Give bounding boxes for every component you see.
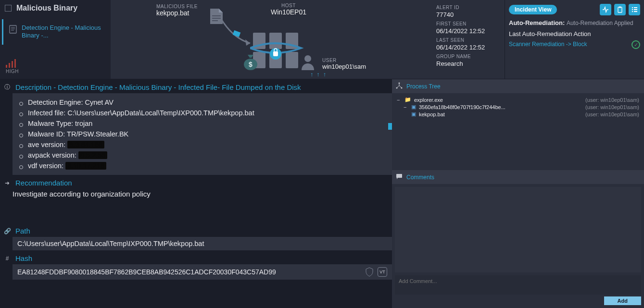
description-body: Detection Engine: Cynet AV Infected file… — [13, 93, 392, 175]
check-circle-icon: ✓ — [631, 40, 640, 49]
activity-icon[interactable] — [600, 4, 611, 15]
desc-item: ave version: 8.3.64.166 — [19, 139, 385, 150]
recommendation-body: Investigate according to organization po… — [13, 189, 392, 223]
comments-list — [395, 187, 641, 272]
last-action-link[interactable]: Scanner Remediation -> Block — [509, 41, 587, 48]
arrow-right-icon: ➜ — [3, 180, 12, 186]
user-name: win10ep01\sam — [322, 63, 366, 70]
severity-label: HIGH — [6, 69, 105, 74]
attack-diagram: MALICIOUS FILE kekpop.bat HOST Win10EP01 — [111, 0, 432, 79]
svg-text:$: $ — [249, 61, 253, 68]
host-label: HOST — [260, 3, 317, 8]
link-icon: 🔗 — [3, 228, 12, 234]
severity-bars-icon — [6, 59, 105, 68]
desc-item: Malware ID: TR/PSW.Stealer.BK — [19, 129, 385, 139]
auto-remediation-label: Auto-Remediation: — [509, 19, 565, 26]
malicious-file-label: MALICIOUS FILE — [156, 4, 198, 9]
first-seen-label: FIRST SEEN — [436, 21, 501, 26]
select-checkbox[interactable] — [5, 5, 12, 12]
svg-rect-0 — [10, 25, 16, 33]
svg-rect-10 — [269, 33, 282, 49]
auto-remediation-value: Auto-Remediation Applied — [567, 20, 633, 26]
group-name-label: GROUP NAME — [436, 54, 501, 59]
alert-sub-item[interactable]: Detection Engine - Malicious Binary -... — [2, 19, 109, 45]
exe-icon: ▣ — [411, 104, 416, 110]
alert-meta: ALERT ID 77740 FIRST SEEN 06/14/2022 12:… — [432, 0, 505, 79]
comment-icon — [396, 173, 403, 181]
hash-title: Hash — [15, 254, 32, 262]
user-label: USER — [322, 58, 366, 63]
top-bar: Malicious Binary Detection Engine - Mali… — [0, 0, 644, 79]
last-seen-value: 06/14/2022 12:52 — [436, 44, 501, 51]
desc-item: Malware Type: trojan — [19, 118, 385, 129]
alert-id-value: 77740 — [436, 11, 501, 18]
last-seen-label: LAST SEEN — [436, 37, 501, 43]
hash-icon: # — [3, 255, 12, 262]
incident-view-button[interactable]: Incident View — [509, 5, 557, 14]
comments-title: Comments — [406, 174, 434, 181]
svg-rect-20 — [618, 7, 622, 12]
tree-row[interactable]: − 📁 explorer.exe (user: win10ep01\sam) — [397, 96, 639, 103]
svg-rect-8 — [233, 30, 241, 37]
process-tree-header: Process Tree — [392, 79, 644, 93]
alert-nav-sidebar: Malicious Binary Detection Engine - Mali… — [0, 0, 111, 79]
svg-rect-31 — [396, 174, 402, 178]
malicious-file-name: kekpop.bat — [156, 9, 198, 17]
desc-item: avpack version: 8.5.2.56 — [19, 150, 385, 160]
svg-point-24 — [632, 9, 633, 10]
process-tree-title[interactable]: Process Tree — [406, 83, 441, 90]
moneybag-icon: $ — [242, 52, 259, 71]
desc-item: Infected file: C:\Users\user\AppData\Loc… — [19, 108, 385, 118]
svg-rect-6 — [212, 20, 218, 21]
virustotal-badge[interactable]: VT — [378, 267, 387, 277]
hash-value: EA81248FDDBF9080018845BF7862B9CEB8AB9425… — [17, 268, 276, 276]
side-column: Process Tree − 📁 explorer.exe (user: win… — [392, 79, 644, 308]
clipboard-icon[interactable] — [614, 4, 626, 15]
svg-rect-16 — [273, 51, 278, 56]
path-value: C:\Users\user\AppData\Local\Temp\IXP000.… — [13, 237, 392, 250]
list-icon[interactable] — [629, 4, 640, 15]
group-name-value: Research — [436, 60, 501, 67]
svg-rect-4 — [212, 15, 221, 16]
folder-icon: 📁 — [404, 97, 411, 103]
page-title: Malicious Binary — [16, 4, 77, 12]
tree-toggle-icon[interactable]: − — [404, 104, 408, 110]
details-column: ⓘ Description - Detection Engine - Malic… — [0, 79, 392, 308]
title-row: Malicious Binary — [0, 0, 111, 16]
comment-input[interactable] — [395, 275, 641, 295]
svg-rect-23 — [634, 7, 637, 8]
svg-rect-25 — [634, 9, 637, 10]
svg-rect-14 — [286, 52, 298, 68]
last-action-title: Last Auto-Remediation Action — [509, 30, 640, 37]
alert-sub-title: Detection Engine - Malicious Binary -... — [22, 24, 103, 40]
severity-indicator: HIGH — [0, 56, 111, 79]
first-seen-value: 06/14/2022 12:52 — [436, 27, 501, 35]
action-panel: Incident View Auto-Remediation: Auto-Rem… — [505, 0, 644, 79]
shield-icon[interactable] — [365, 267, 374, 277]
svg-rect-27 — [634, 11, 637, 12]
desc-item: Detection Engine: Cynet AV — [19, 97, 385, 108]
recommendation-title: Recommendation — [15, 179, 72, 187]
comments-header: Comments — [392, 170, 644, 184]
tree-row[interactable]: ▣ kekpop.bat (user: win10ep01\sam) — [397, 111, 639, 118]
tree-row[interactable]: − ▣ 3560efa18b48f0e707f190c7f244be... (u… — [397, 103, 639, 111]
tree-icon — [396, 82, 403, 90]
info-icon: ⓘ — [3, 83, 12, 91]
svg-point-19 — [304, 55, 311, 62]
path-title: Path — [15, 227, 30, 235]
process-tree-body: − 📁 explorer.exe (user: win10ep01\sam) −… — [392, 93, 644, 170]
svg-point-26 — [632, 11, 633, 12]
svg-rect-21 — [619, 7, 621, 8]
tree-toggle-icon[interactable]: − — [397, 97, 402, 103]
host-name: Win10EP01 — [260, 8, 317, 16]
collapse-arrows-icon[interactable]: ↑ ↑ ↑ — [310, 71, 327, 78]
desc-item: vdf version: 8.19.17.216 — [19, 160, 385, 171]
user-icon — [301, 54, 315, 72]
exe-icon: ▣ — [411, 111, 416, 117]
scrollbar-thumb[interactable] — [388, 123, 392, 130]
alert-id-label: ALERT ID — [436, 5, 501, 10]
add-comment-button[interactable]: Add — [604, 296, 641, 305]
description-title: Description - Detection Engine - Malicio… — [15, 83, 301, 91]
document-icon — [9, 25, 17, 35]
svg-point-22 — [632, 7, 633, 8]
